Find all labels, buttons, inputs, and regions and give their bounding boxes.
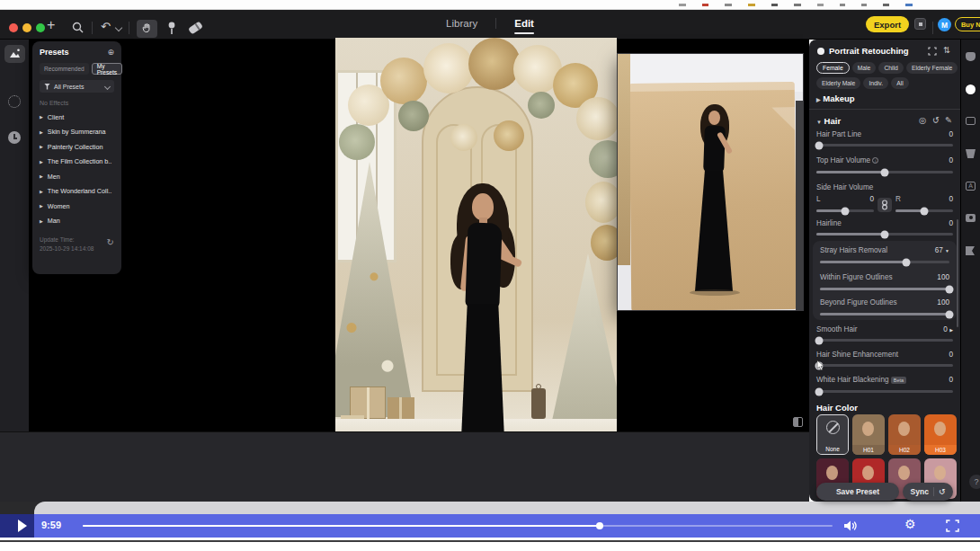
preset-group-painterly[interactable]: ▶Painterly Collection <box>40 139 114 155</box>
history-icon[interactable] <box>8 131 21 144</box>
chevron-down-icon <box>104 83 111 89</box>
white-hair-blackening-slider[interactable] <box>816 390 953 393</box>
within-figure-outlines-slider[interactable] <box>820 288 949 290</box>
save-preset-button[interactable]: Save Preset <box>816 483 899 501</box>
presets-rail-button[interactable] <box>4 45 25 63</box>
stray-hairs-removal-slider[interactable] <box>820 261 949 263</box>
export-button[interactable]: Export <box>866 16 909 32</box>
close-window-button[interactable] <box>9 23 18 32</box>
add-photos-icon[interactable]: + <box>47 18 55 32</box>
minimize-window-button[interactable] <box>22 23 31 32</box>
preset-group-skin[interactable]: ▶Skin by Summerana <box>40 125 114 140</box>
side-hair-volume-left-slider[interactable] <box>816 209 874 212</box>
camera-rail-icon[interactable] <box>966 214 976 222</box>
volume-icon[interactable] <box>843 520 858 532</box>
beta-badge: Beta <box>891 377 906 384</box>
info-icon[interactable]: i <box>872 157 878 164</box>
fullscreen-icon[interactable] <box>946 520 959 532</box>
sync-history-icon[interactable]: ↺ <box>939 487 946 496</box>
collapse-sections-icon[interactable]: ⇅ <box>943 46 950 55</box>
category-all[interactable]: All <box>891 77 909 89</box>
tab-library[interactable]: Library <box>446 18 477 29</box>
search-icon[interactable] <box>72 22 84 33</box>
zoom-window-button[interactable] <box>36 23 45 32</box>
tab-recommended[interactable]: Recommended <box>40 63 89 75</box>
preset-group-men[interactable]: ▶Men <box>40 169 114 184</box>
hair-color-none[interactable]: None <box>816 414 849 455</box>
compare-view-icon[interactable] <box>793 417 803 427</box>
category-elderly-female[interactable]: Elderly Female <box>906 62 958 74</box>
eraser-tool-icon[interactable] <box>188 21 203 34</box>
slider-label: Smooth Hair <box>816 325 858 333</box>
beyond-figure-outlines-slider[interactable] <box>820 313 949 315</box>
category-elderly-male[interactable]: Elderly Male <box>816 77 860 89</box>
hair-reset-icon[interactable]: ↺ <box>932 116 940 125</box>
category-female[interactable]: Female <box>816 62 850 74</box>
flag-rail-icon[interactable] <box>966 246 975 255</box>
settings-gear-icon[interactable]: ⚙ <box>904 517 916 531</box>
hair-shine-enhancement-slider[interactable] <box>816 364 953 367</box>
preset-group-man[interactable]: ▶Man <box>40 214 114 229</box>
panel-scrollbar[interactable] <box>957 219 958 327</box>
add-preset-icon[interactable]: ⊕ <box>107 48 114 57</box>
filmstrip-bar: 1 photo(s) / 1 selected IMG_3978.JPG ⚐ ⚑… <box>0 431 809 502</box>
tab-my-presets[interactable]: My Presets <box>92 63 122 75</box>
play-button[interactable] <box>18 520 27 532</box>
hairline-slider[interactable] <box>816 233 953 236</box>
refresh-icon[interactable]: ↻ <box>107 236 114 249</box>
tree-right <box>549 253 617 433</box>
smooth-hair-slider[interactable] <box>816 339 953 342</box>
hair-color-h02[interactable]: H02 <box>888 414 921 455</box>
link-lr-button[interactable] <box>878 198 892 212</box>
hair-color-h01[interactable]: H01 <box>852 414 885 455</box>
slider-label: Top Hair Volume i <box>816 156 878 164</box>
background-rail-icon[interactable] <box>966 117 976 125</box>
side-l-value: 0 <box>869 195 874 203</box>
adjustments-icon[interactable] <box>8 95 21 108</box>
filter-funnel-icon <box>44 84 50 90</box>
makeup-section-header[interactable]: ▶ Makeup <box>816 93 855 103</box>
hand-tool[interactable] <box>137 20 157 38</box>
avatar[interactable]: M <box>938 18 951 31</box>
progress-played <box>83 525 600 527</box>
preset-group-wonderland[interactable]: ▶The Wonderland Coll.. <box>40 184 114 200</box>
side-r-label: R <box>895 195 901 203</box>
hair-section-header[interactable]: ▼ Hair <box>816 116 841 126</box>
hair-target-icon[interactable]: ◎ <box>919 116 926 125</box>
sync-button[interactable]: Sync↺ <box>903 483 953 501</box>
preset-group-women[interactable]: ▶Women <box>40 199 114 214</box>
buy-now-button[interactable]: Buy Now <box>955 17 980 31</box>
hair-color-h03[interactable]: H03 <box>924 414 957 455</box>
brush-tool-icon[interactable] <box>167 22 176 35</box>
hair-mask-edit-icon[interactable]: ✎ <box>945 116 952 125</box>
presets-icon <box>9 49 21 58</box>
help-button[interactable]: ? <box>969 475 980 489</box>
preset-filter-dropdown[interactable]: All Presets <box>40 80 114 93</box>
category-child[interactable]: Child <box>878 62 904 74</box>
side-hair-volume-right-slider[interactable] <box>895 209 953 212</box>
portrait-retouching-rail-icon[interactable] <box>966 84 976 94</box>
hair-part-line-slider[interactable] <box>816 144 953 147</box>
progress-track[interactable] <box>83 525 833 527</box>
playhead[interactable] <box>596 522 603 529</box>
preview-photo-window[interactable] <box>618 54 803 310</box>
undo-history-chevron-icon[interactable] <box>115 24 122 31</box>
makeup-rail-icon[interactable] <box>966 52 976 61</box>
slider-value: 0 <box>949 219 953 227</box>
category-indiv[interactable]: Indiv. <box>863 77 888 89</box>
expand-panel-icon[interactable] <box>928 47 937 56</box>
preset-group-client[interactable]: ▶Client <box>40 110 114 125</box>
gift-box <box>350 387 386 419</box>
slider-label: Hair Part Line <box>816 130 861 138</box>
export-queue-icon[interactable] <box>914 18 926 30</box>
smooth-value-expand[interactable]: 0 ▶ <box>943 325 953 333</box>
preset-group-film[interactable]: ▶The Film Collection b.. <box>40 155 114 170</box>
main-photo[interactable] <box>335 38 617 440</box>
tab-edit[interactable]: Edit <box>514 18 534 29</box>
clothing-rail-icon[interactable] <box>966 149 976 158</box>
stray-value-dropdown[interactable]: 67 ▼ <box>935 246 949 254</box>
category-male[interactable]: Male <box>852 62 877 74</box>
text-rail-icon[interactable]: A <box>966 182 976 191</box>
undo-icon[interactable]: ↶ <box>101 21 111 32</box>
top-hair-volume-slider[interactable] <box>816 171 953 173</box>
